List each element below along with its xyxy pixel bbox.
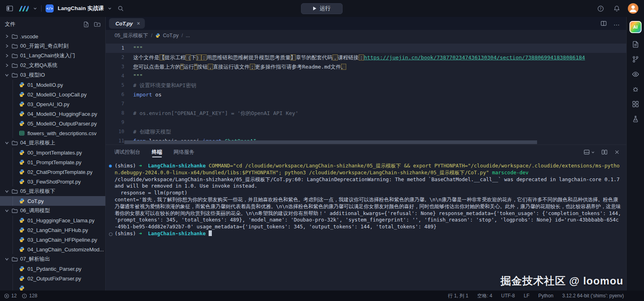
- extensions-grid-icon[interactable]: [632, 100, 639, 108]
- problems-indicator[interactable]: 12 128: [4, 293, 37, 299]
- python-file-icon: [19, 82, 25, 88]
- code-token: # 设置环境变量和API密钥: [133, 82, 196, 88]
- run-button[interactable]: 运行: [301, 3, 343, 14]
- code-line[interactable]: 3您可以点击最上方的“运行”按钮，直接运行该文件；更多操作指引请参考Readme…: [106, 62, 626, 71]
- tree-item[interactable]: 04_提示模板上: [0, 138, 105, 148]
- tree-item[interactable]: 03_LangChain_HFPipeline.py: [0, 235, 105, 245]
- user-avatar[interactable]: [628, 3, 638, 14]
- tree-item[interactable]: [0, 283, 105, 291]
- code-line[interactable]: 1""": [106, 44, 626, 53]
- tree-label: 03_OpenAI_IO.py: [27, 101, 69, 107]
- tree-label: flowers_with_descriptions.csv: [27, 130, 96, 136]
- code-line[interactable]: 4""": [106, 71, 626, 81]
- source-control-icon[interactable]: [632, 56, 639, 63]
- tree-item[interactable]: 03_模型IO: [0, 70, 105, 80]
- tree-item[interactable]: 07_解析输出: [0, 254, 105, 264]
- ai-assistant-icon[interactable]: AI: [629, 21, 642, 33]
- code-line[interactable]: 7: [106, 99, 626, 109]
- tree-item[interactable]: 01_Pydantic_Parser.py: [0, 264, 105, 274]
- test-flask-icon[interactable]: [632, 115, 639, 123]
- ide-logo[interactable]: [19, 5, 29, 12]
- tree-label: 04_提示模板上: [20, 139, 55, 146]
- tree-item[interactable]: 02_LangChain_HFHub.py: [0, 225, 105, 235]
- code-editor[interactable]: 1"""2这个文件是【提示工程（下）：用思维链和思维树提升模型思考质量】章节的配…: [106, 41, 626, 144]
- tree-item[interactable]: 04_ModelIO_HuggingFace.py: [0, 109, 105, 119]
- more-actions-icon[interactable]: …: [613, 20, 620, 27]
- code-line[interactable]: 10# 创建聊天模型: [106, 127, 626, 136]
- tree-label: CoT.py: [27, 198, 44, 204]
- maximize-panel-icon[interactable]: [601, 149, 608, 155]
- tree-item[interactable]: 05_提示模板下: [0, 186, 105, 196]
- panel-tab[interactable]: 调试控制台: [114, 145, 140, 159]
- help-icon[interactable]: ?: [596, 4, 605, 13]
- tree-item[interactable]: 00_ImportTemplates.py: [0, 148, 105, 157]
- panel-layout-icon[interactable]: [583, 149, 595, 155]
- status-item[interactable]: Python: [538, 293, 553, 299]
- code-token: 更多操作指引请参考Readme.md文件: [255, 64, 341, 70]
- status-item[interactable]: 空格: 4: [477, 293, 492, 299]
- close-panel-icon[interactable]: [614, 149, 620, 155]
- breadcrumb-symbol[interactable]: ...: [186, 33, 190, 38]
- folder-icon: [11, 207, 18, 214]
- panel-tab[interactable]: 网络服务: [174, 145, 194, 159]
- tree-item[interactable]: 03_FewShotPrompt.py: [0, 177, 105, 186]
- breadcrumb-folder[interactable]: 05_提示模板下: [115, 32, 148, 39]
- chevron-icon: [4, 256, 10, 262]
- tree-item[interactable]: CoT.py: [0, 196, 105, 206]
- tree-item[interactable]: 05_ModelIO_OutputParser.py: [0, 119, 105, 128]
- tree-item[interactable]: 02_ChatPromptTemplate.py: [0, 167, 105, 177]
- tree-label: 02_LangChain_HFHub.py: [27, 227, 88, 233]
- notifications-bell-icon[interactable]: [612, 4, 621, 13]
- tree-item[interactable]: 01_ModelIO.py: [0, 80, 105, 90]
- status-item[interactable]: 3.12.2 64-bit ('shims': pyenv): [562, 293, 624, 299]
- tree-item[interactable]: .vscode: [0, 31, 105, 41]
- tree-item[interactable]: 01_PromptTemplate.py: [0, 157, 105, 167]
- status-item[interactable]: LF: [524, 293, 529, 299]
- tree-item[interactable]: 02_文档QA系统: [0, 61, 105, 70]
- tree-item[interactable]: 04_LangChain_CustomizeMod...: [0, 245, 105, 254]
- code-line[interactable]: 6import os: [106, 90, 626, 99]
- debug-icon[interactable]: [632, 86, 639, 93]
- status-item[interactable]: 行 1, 列 1: [448, 293, 468, 299]
- search-icon[interactable]: [116, 4, 125, 13]
- tree-label: 02_文档QA系统: [20, 62, 57, 69]
- project-name[interactable]: LangChain 实战课: [58, 5, 104, 12]
- tree-item[interactable]: 01_HugggingFace_Llama.py: [0, 215, 105, 225]
- project-code-icon[interactable]: </>: [46, 4, 54, 13]
- breadcrumb-separator: /: [182, 33, 183, 38]
- code-line[interactable]: 2这个文件是【提示工程（下）：用思维链和思维树提升模型思考质量】章节的配套代码，…: [106, 53, 626, 62]
- folder-icon: [11, 33, 18, 40]
- panel-tab[interactable]: 终端: [152, 145, 162, 159]
- horizontal-scrollbar[interactable]: [124, 140, 621, 144]
- code-line[interactable]: 5# 设置环境变量和API密钥: [106, 81, 626, 90]
- terminal-segment: ➜: [139, 230, 148, 236]
- line-number: 9: [106, 118, 124, 127]
- code-token: 直接运行该文件: [213, 64, 250, 70]
- document-icon[interactable]: [632, 41, 639, 48]
- sidebar-toggle-icon[interactable]: [5, 4, 15, 13]
- new-folder-icon[interactable]: [94, 21, 100, 27]
- project-chevron-down-icon[interactable]: [108, 6, 112, 10]
- tree-item[interactable]: 06_调用模型: [0, 206, 105, 215]
- code-line[interactable]: 9: [106, 118, 626, 127]
- tree-item[interactable]: 02_OutputFixParser.py: [0, 274, 105, 283]
- workspace-chevron-down-icon[interactable]: [33, 6, 37, 10]
- tree-item[interactable]: flowers_with_descriptions.csv: [0, 128, 105, 138]
- code-text: """: [124, 71, 626, 81]
- errors-icon: [4, 293, 9, 299]
- scrollbar-thumb[interactable]: [124, 140, 537, 144]
- new-file-icon[interactable]: [83, 21, 89, 27]
- tree-item[interactable]: 01_LangChain快速入门: [0, 51, 105, 61]
- code-line[interactable]: 8# os.environ["OPENAI_API_KEY"] = '你的Ope…: [106, 109, 626, 118]
- tree-label: 02_OutputFixParser.py: [27, 276, 81, 282]
- close-tab-icon[interactable]: ×: [137, 21, 140, 26]
- split-editor-icon[interactable]: [600, 20, 607, 27]
- terminal-output[interactable]: (shims) ➜ LangChain-shizhanke COMMAND="c…: [106, 159, 626, 291]
- tree-item[interactable]: 03_OpenAI_IO.py: [0, 99, 105, 109]
- preview-eye-icon[interactable]: [632, 71, 639, 78]
- breadcrumb-file[interactable]: CoT.py: [163, 33, 179, 38]
- tree-item[interactable]: 00_开篇词_奇点时刻: [0, 41, 105, 51]
- status-item[interactable]: UTF-8: [501, 293, 515, 299]
- tab-cot-py[interactable]: CoT.py ×: [109, 18, 145, 29]
- tree-item[interactable]: 02_ModelIO_LoopCall.py: [0, 90, 105, 99]
